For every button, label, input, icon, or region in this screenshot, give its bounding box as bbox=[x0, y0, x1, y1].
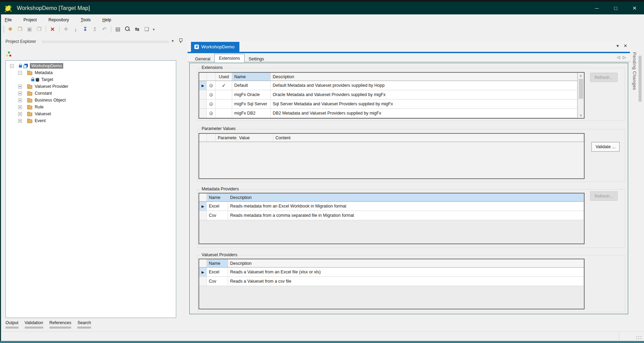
expand-icon[interactable]: + bbox=[18, 112, 22, 116]
lock-icon bbox=[19, 65, 22, 68]
column-header-description[interactable]: Description bbox=[271, 73, 577, 81]
document-tab-workshopdemo[interactable]: WorkshopDemo bbox=[191, 42, 239, 52]
tab-general[interactable]: General bbox=[191, 55, 214, 62]
tab-validation[interactable]: Validation bbox=[25, 320, 43, 329]
metadata-provider-row-excel[interactable]: ▶ Excel Reads metadata from an Excel Wor… bbox=[199, 202, 584, 211]
collapse-icon[interactable]: − bbox=[18, 71, 22, 75]
extension-radio[interactable] bbox=[209, 102, 213, 106]
tree-item-valueset-provider[interactable]: + Valueset Provider bbox=[18, 83, 176, 90]
used-checkmark[interactable] bbox=[216, 90, 232, 99]
extension-row-migfx-db2[interactable]: migFx DB2 DB2 Metadata and Valueset Prov… bbox=[199, 109, 577, 118]
metadata-providers-refresh-button[interactable]: Refresh... bbox=[590, 191, 618, 201]
toolbar-grip[interactable] bbox=[3, 25, 5, 33]
expand-icon[interactable]: + bbox=[18, 105, 22, 109]
toolbar-overflow-icon[interactable]: ▾ bbox=[153, 27, 155, 31]
open-icon[interactable]: ❐ bbox=[16, 25, 24, 33]
expand-icon[interactable]: + bbox=[18, 98, 22, 102]
side-scrollbar[interactable] bbox=[639, 56, 642, 102]
expand-icon[interactable]: + bbox=[18, 85, 22, 88]
column-header-description[interactable]: Description bbox=[228, 259, 584, 267]
panel-dropdown-icon[interactable]: ▾ bbox=[172, 39, 174, 43]
extensions-refresh-button[interactable]: Refresh... bbox=[590, 73, 618, 82]
valueset-provider-row-csv[interactable]: Csv Reads a Valueset from a csv file bbox=[199, 277, 584, 286]
tree-item-label: Valueset Provider bbox=[35, 84, 68, 89]
pending-changes-tab[interactable]: Pending Changes bbox=[632, 52, 637, 90]
menu-project[interactable]: Project bbox=[22, 17, 38, 23]
valueset-provider-row-excel[interactable]: ▶ Excel Reads a Valueset from an Excel f… bbox=[199, 268, 584, 277]
tree-item-target[interactable]: Target bbox=[31, 76, 176, 83]
undo-checkout-icon[interactable]: ↶ bbox=[100, 25, 109, 33]
menu-tools[interactable]: Tools bbox=[79, 17, 92, 23]
new-item-icon[interactable]: ✱ bbox=[6, 25, 14, 33]
tab-references[interactable]: References bbox=[49, 320, 71, 329]
add-icon[interactable]: ✚ bbox=[62, 25, 70, 33]
expand-icon[interactable]: + bbox=[18, 92, 22, 95]
pane-dropdown-icon[interactable]: ▾ bbox=[617, 43, 619, 48]
pane-close-icon[interactable]: ✕ bbox=[624, 43, 628, 48]
check-in-icon[interactable]: ↧ bbox=[81, 25, 89, 33]
scroll-thumb[interactable] bbox=[579, 79, 583, 99]
extensions-scrollbar[interactable]: ∧ ∨ bbox=[577, 73, 584, 118]
scroll-down-icon[interactable]: ∨ bbox=[578, 112, 584, 118]
yellow-dot-icon bbox=[6, 55, 8, 57]
check-out-icon[interactable]: ↥ bbox=[91, 25, 99, 33]
tree-item-workshopdemo[interactable]: − WorkshopDemo bbox=[10, 62, 176, 69]
column-header-name[interactable]: Name bbox=[207, 193, 228, 201]
column-header-value[interactable]: Value bbox=[237, 134, 273, 142]
maximize-button[interactable]: □ bbox=[606, 2, 625, 14]
column-header-name[interactable]: Name bbox=[232, 73, 271, 81]
tab-settings[interactable]: Settings bbox=[245, 55, 268, 62]
column-header-used[interactable]: Used bbox=[216, 73, 232, 81]
search-icon[interactable] bbox=[123, 25, 132, 33]
header-indicator-cell bbox=[199, 193, 207, 201]
cascade-window-icon[interactable]: ❏ bbox=[143, 25, 151, 33]
tree-item-metadata[interactable]: − Metadata bbox=[18, 69, 176, 76]
menu-help[interactable]: Help bbox=[101, 17, 113, 23]
minimize-button[interactable]: ─ bbox=[587, 2, 606, 14]
column-header-name[interactable]: Name bbox=[207, 259, 228, 267]
menu-repository[interactable]: Repository bbox=[47, 17, 70, 23]
column-header-description[interactable]: Description bbox=[228, 193, 584, 201]
extension-row-migfx-sql-server[interactable]: migFx Sql Server Sql Server Metadata and… bbox=[199, 99, 577, 109]
resize-grip[interactable] bbox=[636, 335, 642, 340]
save-icon[interactable]: ▣ bbox=[25, 25, 34, 33]
column-header-parameter[interactable]: Parameter bbox=[216, 134, 237, 142]
extension-row-migfx-oracle[interactable]: migFx Oracle Oracle Metadata and Valuese… bbox=[199, 90, 577, 99]
metadata-provider-row-csv[interactable]: Csv Reads metadata from a comma separate… bbox=[199, 211, 584, 220]
get-version-icon[interactable]: ↓ bbox=[71, 25, 80, 33]
scroll-up-icon[interactable]: ∧ bbox=[578, 73, 584, 79]
tree-item-business-object[interactable]: + Business Object bbox=[18, 97, 176, 104]
tree-item-valueset[interactable]: + Valueset bbox=[18, 110, 176, 117]
tab-output[interactable]: Output bbox=[5, 320, 19, 329]
header-indicator-cell bbox=[199, 73, 207, 81]
extension-row-default[interactable]: ▶ ✓ Default Default Metadata and Valuese… bbox=[199, 81, 577, 90]
menu-file[interactable]: File bbox=[3, 17, 13, 23]
delete-icon[interactable]: ✕ bbox=[48, 25, 57, 33]
status-filter-icon[interactable] bbox=[6, 51, 12, 57]
collapse-icon[interactable]: − bbox=[10, 64, 14, 68]
extension-radio[interactable] bbox=[209, 111, 213, 115]
close-button[interactable]: ✕ bbox=[625, 2, 644, 14]
tree-item-constant[interactable]: + Constant bbox=[18, 90, 176, 97]
tab-search[interactable]: Search bbox=[77, 320, 91, 329]
used-checkmark[interactable] bbox=[216, 109, 232, 118]
title-bar: WorkshopDemo [Target Map] ─ □ ✕ bbox=[0, 2, 644, 14]
compare-icon[interactable]: ⇆ bbox=[133, 25, 141, 33]
extension-radio[interactable] bbox=[209, 93, 213, 97]
tree-item-rule[interactable]: + Rule bbox=[18, 104, 176, 110]
tree-item-event[interactable]: + Event bbox=[18, 117, 176, 124]
tab-extensions[interactable]: Extensions bbox=[214, 54, 244, 62]
column-header-content[interactable]: Content bbox=[273, 134, 584, 142]
active-tab-bar bbox=[188, 52, 630, 53]
used-checkmark[interactable]: ✓ bbox=[216, 81, 232, 90]
properties-icon[interactable]: ▤ bbox=[114, 25, 122, 33]
extension-radio[interactable] bbox=[209, 84, 213, 87]
tab-scroll-right-icon[interactable]: ▷ bbox=[623, 55, 626, 60]
tab-scroll-left-icon[interactable]: ◁ bbox=[617, 55, 620, 60]
pin-icon[interactable] bbox=[179, 38, 183, 43]
expand-icon[interactable]: + bbox=[18, 119, 22, 123]
save-all-icon[interactable]: ❒ bbox=[35, 25, 43, 33]
validate-button[interactable]: Validate ... bbox=[591, 142, 620, 152]
tab-underline bbox=[25, 327, 43, 329]
used-checkmark[interactable] bbox=[216, 99, 232, 108]
